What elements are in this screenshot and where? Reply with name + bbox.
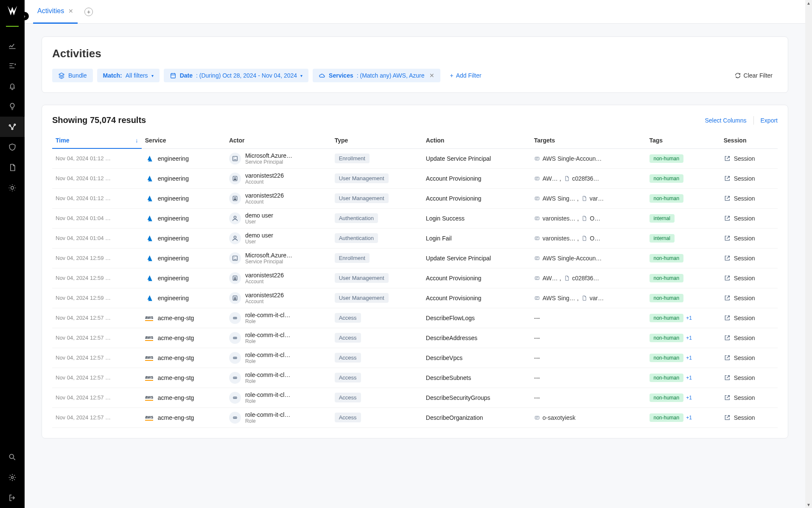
- table-row[interactable]: Nov 04, 2024 12:57 …awsacme-eng-stgrole-…: [52, 388, 778, 408]
- table-row[interactable]: Nov 04, 2024 01:04 …engineeringdemo user…: [52, 228, 778, 248]
- cell-actor: role-comm-it-cl…Role: [226, 348, 331, 368]
- cell-session[interactable]: Session: [720, 308, 778, 328]
- col-session[interactable]: Session: [720, 133, 778, 148]
- sidebar-expand-button[interactable]: ›: [20, 12, 29, 20]
- cell-session[interactable]: Session: [720, 368, 778, 388]
- nav-insights[interactable]: [0, 96, 25, 117]
- filter-date[interactable]: Date : (During) Oct 28, 2024 - Nov 04, 2…: [164, 69, 308, 82]
- external-link-icon: [724, 315, 731, 321]
- sidebar: ›: [0, 0, 25, 508]
- nav-analytics[interactable]: [0, 35, 25, 56]
- tag-more[interactable]: +1: [686, 335, 692, 341]
- cell-actor: Microsoft.Azure…Service Principal: [226, 148, 331, 168]
- cell-targets: varonistes… , O…: [531, 208, 646, 228]
- cell-session[interactable]: Session: [720, 288, 778, 308]
- actor-icon: [229, 352, 241, 364]
- cell-service: awsacme-eng-stg: [142, 408, 226, 427]
- aws-icon: aws: [145, 394, 154, 402]
- nav-discover[interactable]: [0, 178, 25, 198]
- tag-more[interactable]: +1: [686, 315, 692, 321]
- scrollbar[interactable]: ▲ ▼: [805, 0, 812, 508]
- target-icon: [534, 176, 540, 181]
- table-row[interactable]: Nov 04, 2024 12:57 …awsacme-eng-stgrole-…: [52, 368, 778, 388]
- table-row[interactable]: Nov 04, 2024 01:04 …engineeringdemo user…: [52, 208, 778, 228]
- remove-filter-icon[interactable]: ✕: [429, 72, 434, 79]
- cell-service: engineering: [142, 268, 226, 288]
- tag-more[interactable]: +1: [686, 415, 692, 421]
- file-icon: [581, 235, 587, 241]
- cell-session[interactable]: Session: [720, 168, 778, 188]
- table-row[interactable]: Nov 04, 2024 12:57 …awsacme-eng-stgrole-…: [52, 308, 778, 328]
- table-row[interactable]: Nov 04, 2024 01:12 …engineeringvaroniste…: [52, 188, 778, 208]
- file-icon: [581, 215, 587, 221]
- external-link-icon: [724, 255, 731, 262]
- col-action[interactable]: Action: [423, 133, 531, 148]
- col-actor[interactable]: Actor: [226, 133, 331, 148]
- table-row[interactable]: Nov 04, 2024 01:12 …engineeringvaroniste…: [52, 168, 778, 188]
- nav-alerts[interactable]: [0, 76, 25, 96]
- filter-services[interactable]: Services : (Match any) AWS, Azure ✕: [313, 69, 440, 82]
- tab-add-button[interactable]: +: [84, 8, 93, 16]
- cell-session[interactable]: Session: [720, 208, 778, 228]
- nav-reports[interactable]: [0, 157, 25, 178]
- results-card: Showing 75,074 results Select Columns Ex…: [42, 105, 788, 438]
- cell-service: engineering: [142, 148, 226, 168]
- cell-type: User Management: [331, 268, 423, 288]
- tab-label: Activities: [37, 7, 64, 15]
- page-title: Activities: [52, 47, 778, 60]
- col-targets[interactable]: Targets: [531, 133, 646, 148]
- tag-more[interactable]: +1: [686, 355, 692, 361]
- cell-session[interactable]: Session: [720, 248, 778, 268]
- nav-search[interactable]: [0, 447, 25, 467]
- export-button[interactable]: Export: [761, 117, 778, 124]
- cell-session[interactable]: Session: [720, 228, 778, 248]
- scroll-down-icon[interactable]: ▼: [806, 502, 811, 507]
- add-filter-button[interactable]: + Add Filter: [445, 69, 486, 82]
- external-link-icon: [724, 335, 731, 341]
- cell-session[interactable]: Session: [720, 188, 778, 208]
- cell-action: Account Provisioning: [423, 188, 531, 208]
- filters-card: Activities Bundle Match: All filters ▾ D…: [42, 36, 788, 93]
- col-service[interactable]: Service: [142, 133, 226, 148]
- col-time[interactable]: Time↓: [52, 133, 142, 148]
- nav-logout[interactable]: [0, 488, 25, 508]
- azure-icon: [145, 234, 154, 243]
- nav-settings[interactable]: [0, 467, 25, 488]
- table-row[interactable]: Nov 04, 2024 12:57 …awsacme-eng-stgrole-…: [52, 408, 778, 427]
- cell-session[interactable]: Session: [720, 408, 778, 427]
- col-type[interactable]: Type: [331, 133, 423, 148]
- file-icon: [581, 295, 587, 301]
- table-row[interactable]: Nov 04, 2024 12:59 …engineeringvaroniste…: [52, 268, 778, 288]
- tag-more[interactable]: +1: [686, 375, 692, 381]
- cell-actor: varonistest226Account: [226, 188, 331, 208]
- table-row[interactable]: Nov 04, 2024 01:12 …engineeringMicrosoft…: [52, 148, 778, 168]
- clear-filter-button[interactable]: Clear Filter: [729, 69, 778, 82]
- cell-session[interactable]: Session: [720, 148, 778, 168]
- scroll-up-icon[interactable]: ▲: [806, 1, 811, 6]
- tag-more[interactable]: +1: [686, 395, 692, 401]
- select-columns-button[interactable]: Select Columns: [705, 117, 746, 124]
- cell-type: Access: [331, 348, 423, 368]
- table-row[interactable]: Nov 04, 2024 12:57 …awsacme-eng-stgrole-…: [52, 328, 778, 348]
- filter-bundle[interactable]: Bundle: [52, 69, 93, 82]
- target-icon: [534, 295, 540, 301]
- cell-session[interactable]: Session: [720, 328, 778, 348]
- col-tags[interactable]: Tags: [646, 133, 720, 148]
- chevron-down-icon: ▾: [300, 73, 302, 78]
- nav-activities[interactable]: [0, 117, 25, 137]
- table-row[interactable]: Nov 04, 2024 12:57 …awsacme-eng-stgrole-…: [52, 348, 778, 368]
- table-row[interactable]: Nov 04, 2024 12:59 …engineeringvaroniste…: [52, 288, 778, 308]
- tab-activities[interactable]: Activities ✕: [33, 0, 78, 24]
- external-link-icon: [724, 414, 731, 421]
- chevron-down-icon: ▾: [151, 73, 154, 78]
- cell-session[interactable]: Session: [720, 348, 778, 368]
- cell-session[interactable]: Session: [720, 268, 778, 288]
- nav-filters[interactable]: [0, 56, 25, 76]
- filter-match[interactable]: Match: All filters ▾: [97, 69, 160, 82]
- cell-session[interactable]: Session: [720, 388, 778, 408]
- tab-close-icon[interactable]: ✕: [68, 8, 73, 14]
- table-row[interactable]: Nov 04, 2024 12:59 …engineeringMicrosoft…: [52, 248, 778, 268]
- cell-targets: ---: [531, 388, 646, 408]
- cell-actor: Microsoft.Azure…Service Principal: [226, 248, 331, 268]
- nav-security[interactable]: [0, 137, 25, 157]
